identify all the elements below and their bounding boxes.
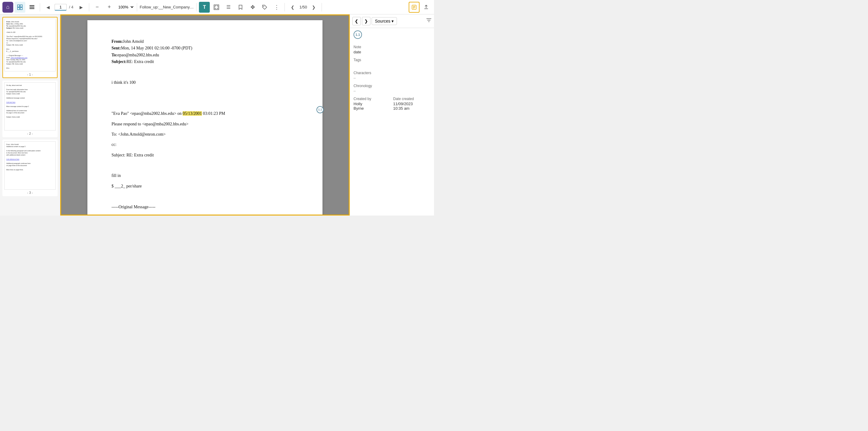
- sources-dropdown-button[interactable]: Sources ▾: [372, 17, 397, 25]
- thumbnail-page-3[interactable]: From: John Arnold Additional content on …: [2, 140, 58, 196]
- prev-page-button[interactable]: ◀: [42, 2, 53, 13]
- date-created-section: Date created 11/09/2023 10:35 am: [393, 97, 431, 111]
- panel-nav-prev[interactable]: ❮: [352, 17, 361, 25]
- document-viewer[interactable]: From:John Arnold Sent:Mon, 14 May 2001 0…: [60, 14, 350, 216]
- svg-point-8: [264, 6, 264, 7]
- sent-label: Sent:: [112, 46, 121, 50]
- note-section: Note date: [353, 45, 430, 54]
- thumb-inner-2: On day, about sent text From text reply …: [4, 82, 56, 130]
- zoom-out-button[interactable]: −: [92, 2, 102, 13]
- thumbnail-panel: From: John Arnold Sent: Mon, 14 May 2001…: [0, 14, 60, 216]
- more-options-button[interactable]: ⋮: [271, 2, 282, 13]
- thumb-inner-3: From: John Arnold Additional content on …: [4, 141, 56, 190]
- spacer2: [112, 100, 299, 107]
- panel-nav: ❮ ❯: [352, 17, 370, 25]
- list-view-button[interactable]: [27, 2, 37, 13]
- to-label: To:: [112, 53, 118, 57]
- spacer: [112, 90, 299, 96]
- filter-button[interactable]: [426, 18, 432, 24]
- svg-rect-2: [18, 7, 20, 10]
- svg-rect-3: [20, 7, 22, 10]
- original-header: -----Original Message-----: [112, 204, 299, 210]
- annotation-panel-icon: [411, 4, 417, 10]
- divider-4: [196, 3, 196, 11]
- app-home-button[interactable]: ⌂: [2, 2, 13, 13]
- spacer3: [112, 162, 299, 169]
- date-created-label: Date created: [393, 97, 431, 101]
- annotation-id-badge: 1.1: [353, 30, 362, 39]
- characters-label: Characters: [353, 71, 430, 75]
- toolbar: ⌂ ◀ / 4 ▶ − + 100% 75% 125% 150% Follow_…: [0, 0, 434, 14]
- divider-6: [321, 3, 322, 11]
- tags-section: Tags: [353, 58, 430, 67]
- date-created-time: 10:35 am: [393, 106, 410, 111]
- original-from-text: From: John.Arnold@enron.com [: [112, 215, 168, 216]
- filter-icon: [426, 18, 432, 23]
- text-tool-button[interactable]: T: [199, 2, 210, 13]
- thumbnail-view-button[interactable]: [14, 2, 25, 13]
- quoted-date-highlighted: 05/13/2001: [183, 111, 202, 116]
- from-label: From:: [112, 39, 123, 44]
- divider-5: [284, 3, 285, 11]
- note-value: date: [353, 50, 430, 54]
- fullscreen-button[interactable]: [211, 2, 222, 13]
- subject-value: RE: Extra credit: [127, 59, 154, 64]
- original-from-link[interactable]: mailto:John.Arnold@enron.com: [168, 215, 223, 216]
- chronology-label: Chronology: [353, 84, 430, 88]
- tags-label: Tags: [353, 58, 430, 62]
- bookmark-button[interactable]: [235, 2, 246, 13]
- characters-section: Characters –: [353, 71, 430, 80]
- divider-3: [137, 3, 137, 11]
- quoted-to: To: <John.Arnold@enron.com>: [112, 131, 299, 138]
- original-from-line: From: John.Arnold@enron.com [mailto:John…: [112, 214, 299, 216]
- annotation-badge-1[interactable]: 1.1: [316, 106, 324, 113]
- document-content: From:John Arnold Sent:Mon, 14 May 2001 0…: [112, 38, 299, 216]
- sent-value: Mon, 14 May 2001 02:16:00 -0700 (PDT): [121, 46, 192, 50]
- thumb-label-2: - 2 -: [4, 132, 56, 135]
- annotation-panel-button[interactable]: [409, 2, 420, 13]
- move-tool-button[interactable]: ✥: [247, 2, 258, 13]
- thumbnail-page-1[interactable]: From: John Arnold Sent: Mon, 14 May 2001…: [2, 17, 58, 78]
- to-value: epao@mba2002.hbs.edu: [118, 53, 159, 57]
- note-label: Note: [353, 45, 430, 49]
- next-page-button[interactable]: ▶: [76, 2, 87, 13]
- zoom-select[interactable]: 100% 75% 125% 150%: [116, 4, 134, 10]
- right-panel-header: ❮ ❯ Sources ▾: [350, 14, 434, 28]
- quoted-cc: cc:: [112, 141, 299, 148]
- doc-prev-button[interactable]: ❮: [287, 2, 298, 13]
- created-by-name: HollyByrne: [353, 101, 391, 111]
- list-tool-button[interactable]: ☰: [223, 2, 234, 13]
- page-number-input[interactable]: [55, 4, 67, 10]
- chronology-value: –: [353, 89, 430, 93]
- right-panel: ❮ ❯ Sources ▾ 1.1 Note date: [350, 14, 434, 216]
- thumb-text-2: On day, about sent text From text reply …: [4, 83, 56, 120]
- tag-button[interactable]: [259, 2, 270, 13]
- from-value: John Arnold: [123, 39, 144, 44]
- thumbnail-page-2[interactable]: On day, about sent text From text reply …: [2, 81, 58, 137]
- body-paragraph: [112, 69, 299, 75]
- created-by-label: Created by: [353, 97, 391, 101]
- main-area: From: John Arnold Sent: Mon, 14 May 2001…: [0, 14, 434, 216]
- thumb-inner-1: From: John Arnold Sent: Mon, 14 May 2001…: [4, 19, 56, 71]
- date-created-date: 11/09/2023: [393, 101, 413, 106]
- doc-next-button[interactable]: ❯: [308, 2, 319, 13]
- page-total: / 4: [69, 5, 73, 9]
- right-panel-toggle-group: [409, 2, 432, 13]
- date-created-value: 11/09/2023 10:35 am: [393, 101, 431, 111]
- sources-label: Sources: [375, 19, 390, 24]
- quoted-respond: Please respond to <epao@mba2002.hbs.edu>: [112, 121, 299, 127]
- quoted-amount: $ ___2_ per/share: [112, 183, 299, 190]
- divider-2: [89, 3, 89, 11]
- thumb-label-1: - 1 -: [4, 73, 56, 76]
- panel-nav-next[interactable]: ❯: [362, 17, 370, 25]
- characters-value: –: [353, 75, 430, 80]
- tags-value: [353, 63, 430, 67]
- fullscreen-icon: [214, 4, 219, 10]
- zoom-in-button[interactable]: +: [104, 2, 115, 13]
- upload-button[interactable]: [421, 2, 432, 13]
- quoted-subject: Subject: RE: Extra credit: [112, 152, 299, 158]
- quoted-fill: fill in: [112, 173, 299, 179]
- thumb-text-1: From: John Arnold Sent: Mon, 14 May 2001…: [4, 19, 56, 71]
- chronology-section: Chronology –: [353, 84, 430, 93]
- thumbnail-icon: [17, 4, 23, 10]
